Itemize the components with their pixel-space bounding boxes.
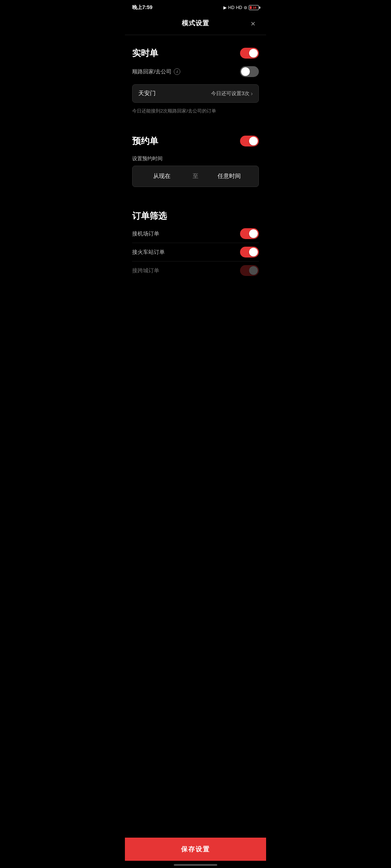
order-filter-title: 订单筛选	[132, 201, 259, 225]
location-quota-text: 今日还可设置3次	[211, 90, 249, 97]
order-filter-section: 订单筛选 接机场订单 接火车站订单 接跨城订单	[132, 193, 259, 285]
cross-city-order-label: 接跨城订单	[132, 267, 159, 274]
reservation-label: 预约单	[132, 135, 158, 147]
realtime-order-row: 实时单	[132, 44, 259, 63]
time-to-picker[interactable]: 任意时间	[200, 166, 258, 187]
location-icon: ▶	[223, 5, 227, 10]
status-bar: 晚上7:59 ▶ HD HD ⊜ 18	[125, 0, 266, 13]
chevron-right-icon: ›	[251, 90, 253, 97]
train-station-order-row: 接火车站订单	[132, 243, 259, 261]
airport-order-label: 接机场订单	[132, 230, 159, 237]
content-area: 实时单 顺路回家/去公司 i 天安门 今日还可设置3次 › 今日还能接到2次顺路…	[125, 35, 266, 322]
status-icons: ▶ HD HD ⊜ 18	[223, 5, 259, 10]
close-button[interactable]: ×	[247, 18, 259, 30]
page-title: 模式设置	[182, 19, 209, 27]
detour-info-text: 今日还能接到2次顺路回家/去公司的订单	[132, 106, 259, 117]
cross-city-order-toggle[interactable]	[240, 265, 259, 276]
airport-order-row: 接机场订单	[132, 225, 259, 243]
reservation-toggle[interactable]	[240, 136, 259, 146]
location-right: 今日还可设置3次 ›	[211, 90, 253, 97]
time-picker-row: 从现在 至 任意时间	[132, 166, 259, 187]
detour-row: 顺路回家/去公司 i	[132, 63, 259, 81]
time-label: 设置预约时间	[132, 156, 259, 162]
status-time: 晚上7:59	[132, 4, 152, 11]
detour-info-icon[interactable]: i	[174, 68, 180, 75]
time-separator: 至	[191, 173, 200, 180]
signal-icon: HD	[228, 5, 234, 10]
reservation-section: 预约单 设置预约时间 从现在 至 任意时间	[132, 123, 259, 193]
time-from-picker[interactable]: 从现在	[133, 166, 191, 187]
realtime-order-section: 实时单 顺路回家/去公司 i 天安门 今日还可设置3次 › 今日还能接到2次顺路…	[132, 35, 259, 123]
airport-order-toggle[interactable]	[240, 228, 259, 239]
reservation-row: 预约单	[132, 132, 259, 150]
train-station-order-label: 接火车站订单	[132, 249, 165, 256]
train-station-order-toggle[interactable]	[240, 247, 259, 258]
wifi-icon: ⊜	[244, 5, 247, 10]
location-row[interactable]: 天安门 今日还可设置3次 ›	[132, 84, 259, 103]
signal2-icon: HD	[236, 5, 242, 10]
realtime-order-toggle[interactable]	[240, 48, 259, 59]
cross-city-order-row: 接跨城订单	[132, 261, 259, 280]
realtime-order-label: 实时单	[132, 47, 158, 59]
location-name: 天安门	[138, 90, 156, 97]
battery-icon: 18	[249, 5, 259, 10]
page-header: 模式设置 ×	[125, 13, 266, 35]
detour-label: 顺路回家/去公司 i	[132, 68, 180, 75]
detour-toggle[interactable]	[240, 66, 259, 77]
